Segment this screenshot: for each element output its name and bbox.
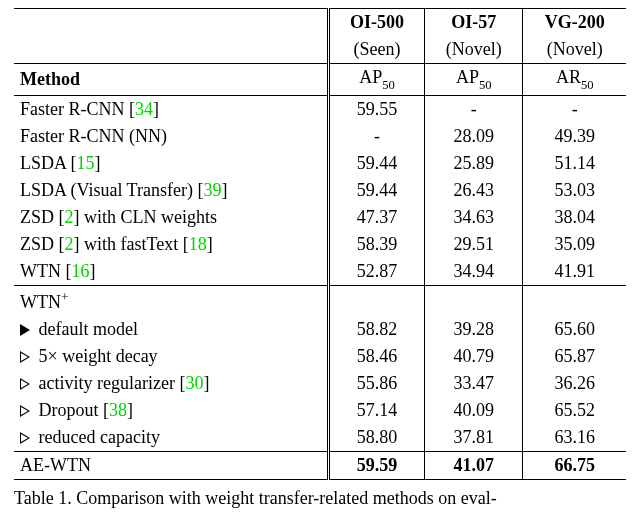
table-row: LSDA [15] 59.44 25.89 51.14 — [14, 150, 626, 177]
method-cell: 5× weight decay — [14, 343, 328, 370]
superscript-plus: + — [61, 289, 69, 304]
cell-value: 29.51 — [425, 231, 523, 258]
cell-value: 26.43 — [425, 177, 523, 204]
citation-link[interactable]: 39 — [203, 180, 221, 200]
cell-empty — [523, 285, 626, 316]
triangle-open-icon — [20, 351, 30, 363]
cell-value: 58.46 — [328, 343, 425, 370]
method-name: with CLN weights — [80, 207, 218, 227]
cell-value: 39.28 — [425, 316, 523, 343]
cell-value: 41.91 — [523, 258, 626, 286]
method-cell: default model — [14, 316, 328, 343]
method-name: 5 — [34, 346, 48, 366]
cell-value: 58.80 — [328, 424, 425, 452]
method-name: ZSD — [20, 207, 54, 227]
method-cell: WTN [16] — [14, 258, 328, 286]
triangle-open-icon — [20, 432, 30, 444]
cell-value: 52.87 — [328, 258, 425, 286]
table-row: activity regularizer [30] 55.86 33.47 36… — [14, 370, 626, 397]
split-seen: (Seen) — [328, 36, 425, 64]
citation-link[interactable]: 38 — [109, 400, 127, 420]
cell-value: 53.03 — [523, 177, 626, 204]
method-cell: Faster R-CNN (NN) — [14, 123, 328, 150]
col-vg200-header: VG-200 — [523, 9, 626, 37]
table-row: 5× weight decay 58.46 40.79 65.87 — [14, 343, 626, 370]
cell-value: 59.44 — [328, 150, 425, 177]
col-oi57-header: OI-57 — [425, 9, 523, 37]
metric-ar50: AR50 — [523, 64, 626, 96]
cell-value: 66.75 — [523, 451, 626, 479]
method-name: default model — [34, 319, 138, 339]
method-cell: activity regularizer [30] — [14, 370, 328, 397]
cell-value: 40.09 — [425, 397, 523, 424]
table-row: AE-WTN 59.59 41.07 66.75 — [14, 451, 626, 479]
method-name: LSDA (Visual Transfer) — [20, 180, 193, 200]
citation-link[interactable]: 34 — [135, 99, 153, 119]
citation-link[interactable]: 18 — [189, 234, 207, 254]
method-cell: reduced capacity — [14, 424, 328, 452]
method-cell: LSDA (Visual Transfer) [39] — [14, 177, 328, 204]
method-cell: ZSD [2] with CLN weights — [14, 204, 328, 231]
cell-value: 35.09 — [523, 231, 626, 258]
table-row: ZSD [2] with fastText [18] 58.39 29.51 3… — [14, 231, 626, 258]
cell-value: 65.87 — [523, 343, 626, 370]
citation-link[interactable]: 2 — [65, 207, 74, 227]
method-cell: Faster R-CNN [34] — [14, 95, 328, 123]
citation-link[interactable]: 2 — [65, 234, 74, 254]
method-name: WTN — [20, 261, 61, 281]
citation-link[interactable]: 15 — [77, 153, 95, 173]
cell-value: 37.81 — [425, 424, 523, 452]
metric-sub: 50 — [581, 78, 594, 92]
table-row: WTN [16] 52.87 34.94 41.91 — [14, 258, 626, 286]
multiply-icon: × — [48, 346, 58, 366]
metric-text: AR — [556, 67, 581, 87]
cell-value: 65.60 — [523, 316, 626, 343]
method-header: Method — [14, 64, 328, 96]
cell-value: 55.86 — [328, 370, 425, 397]
table-row: Dropout [38] 57.14 40.09 65.52 — [14, 397, 626, 424]
table-row: reduced capacity 58.80 37.81 63.16 — [14, 424, 626, 452]
cell-value: - — [523, 95, 626, 123]
cell-empty — [425, 285, 523, 316]
cell-value: 57.14 — [328, 397, 425, 424]
cell-value: 40.79 — [425, 343, 523, 370]
method-name: weight decay — [58, 346, 158, 366]
citation-link[interactable]: 16 — [71, 261, 89, 281]
method-name: ZSD — [20, 234, 54, 254]
table-row: ZSD [2] with CLN weights 47.37 34.63 38.… — [14, 204, 626, 231]
method-cell: ZSD [2] with fastText [18] — [14, 231, 328, 258]
triangle-open-icon — [20, 378, 30, 390]
method-name: WTN — [20, 292, 61, 312]
method-cell: WTN+ — [14, 285, 328, 316]
method-name: Dropout — [34, 400, 99, 420]
method-cell: Dropout [38] — [14, 397, 328, 424]
citation-link[interactable]: 30 — [185, 373, 203, 393]
method-name: activity regularizer — [34, 373, 175, 393]
cell-value: 51.14 — [523, 150, 626, 177]
cell-value: 47.37 — [328, 204, 425, 231]
method-name: Faster R-CNN — [20, 99, 125, 119]
cell-value: 25.89 — [425, 150, 523, 177]
cell-value: - — [425, 95, 523, 123]
cell-value: 58.82 — [328, 316, 425, 343]
header-row-splits: (Seen) (Novel) (Novel) — [14, 36, 626, 64]
split-novel2: (Novel) — [523, 36, 626, 64]
empty-header — [14, 9, 328, 37]
table-row: Faster R-CNN [34] 59.55 - - — [14, 95, 626, 123]
cell-value: 33.47 — [425, 370, 523, 397]
cell-value: 58.39 — [328, 231, 425, 258]
results-table-figure: OI-500 OI-57 VG-200 (Seen) (Novel) (Nove… — [0, 0, 640, 518]
cell-value: 41.07 — [425, 451, 523, 479]
cell-value: 28.09 — [425, 123, 523, 150]
table-row: default model 58.82 39.28 65.60 — [14, 316, 626, 343]
cell-value: 59.55 — [328, 95, 425, 123]
metric-ap50-2: AP50 — [425, 64, 523, 96]
method-name: LSDA — [20, 153, 66, 173]
cell-empty — [328, 285, 425, 316]
cell-value: 34.63 — [425, 204, 523, 231]
triangle-filled-icon — [20, 324, 30, 336]
metric-sub: 50 — [479, 78, 492, 92]
method-name: reduced capacity — [34, 427, 160, 447]
col-oi500-header: OI-500 — [328, 9, 425, 37]
table-row: LSDA (Visual Transfer) [39] 59.44 26.43 … — [14, 177, 626, 204]
